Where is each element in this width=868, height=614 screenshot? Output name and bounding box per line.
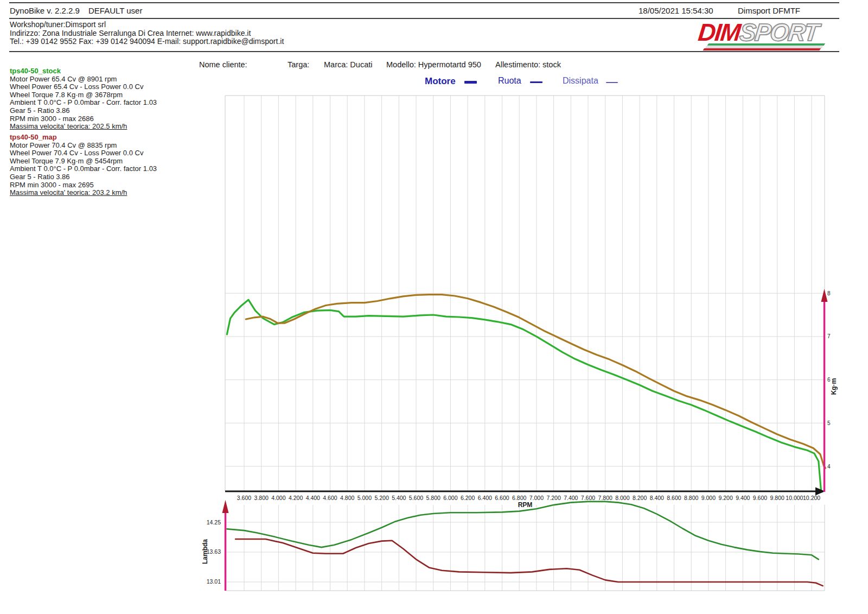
lambda-curve-tps40-50_stock: [227, 502, 819, 559]
x-tick-label: 5.200: [374, 495, 388, 501]
x-tick-label: 5.600: [409, 495, 423, 501]
x-tick-label: 5.800: [426, 495, 441, 501]
x-tick-label: 4.000: [271, 495, 285, 501]
x-tick-label: 10.000: [786, 495, 803, 501]
x-tick-label: 8.000: [615, 495, 629, 501]
x-tick-label: 8.400: [650, 495, 664, 501]
x-tick-label: 6.200: [461, 495, 475, 501]
x-tick-label: 5.400: [392, 495, 406, 501]
x-tick-label: 9.800: [770, 495, 784, 501]
x-tick-label: 8.600: [667, 495, 681, 501]
x-tick-label: 9.000: [701, 495, 716, 501]
torque-tick-label: 7: [827, 333, 831, 339]
torque-tick-label: 5: [827, 420, 831, 426]
lambda-tick-label: 14.25: [207, 519, 221, 526]
x-tick-label: 9.600: [753, 495, 767, 501]
torque-axis-arrow-icon: [821, 289, 828, 302]
x-tick-label: 6.600: [495, 495, 509, 501]
torque-tick-label: 4: [827, 464, 831, 470]
lambda-curve-tps40-50_map: [235, 539, 823, 586]
x-tick-label: 9.200: [718, 495, 732, 501]
lambda-tick-label: 13.01: [207, 578, 221, 585]
x-tick-label: 7.400: [564, 495, 578, 501]
x-tick-label: 4.200: [289, 495, 303, 501]
x-tick-label: 4.800: [340, 495, 354, 501]
lambda-axis-arrow-icon: [222, 500, 229, 513]
x-tick-label: 7.800: [598, 495, 612, 501]
x-tick-label: 3.800: [254, 495, 269, 501]
x-tick-label: 10.200: [803, 495, 820, 501]
x-tick-label: 6.800: [512, 495, 526, 501]
x-tick-label: 3.600: [237, 495, 251, 501]
torque-curve-tps40-50_map: [246, 295, 825, 469]
x-tick-label: 7.600: [581, 495, 595, 501]
x-tick-label: 6.400: [478, 495, 492, 501]
x-tick-label: 8.800: [684, 495, 698, 501]
x-tick-label: 7.000: [529, 495, 544, 501]
x-tick-label: 9.400: [736, 495, 750, 501]
x-tick-label: 4.400: [306, 495, 320, 501]
torque-axis-title: Kg·m: [830, 378, 838, 395]
rpm-axis-line: [225, 491, 816, 492]
dyno-charts: 3.6003.8004.0004.2004.4004.6004.8005.000…: [0, 0, 868, 614]
x-tick-label: 4.600: [323, 495, 337, 501]
torque-curve-tps40-50_stock: [227, 300, 821, 490]
x-tick-label: 6.000: [443, 495, 457, 501]
x-tick-label: 5.000: [358, 495, 372, 501]
x-tick-label: 8.200: [633, 495, 647, 501]
x-axis-title: RPM: [518, 501, 533, 509]
torque-tick-label: 8: [827, 290, 831, 296]
x-tick-label: 7.200: [546, 495, 560, 501]
lambda-axis-title: Lambda: [201, 539, 209, 564]
